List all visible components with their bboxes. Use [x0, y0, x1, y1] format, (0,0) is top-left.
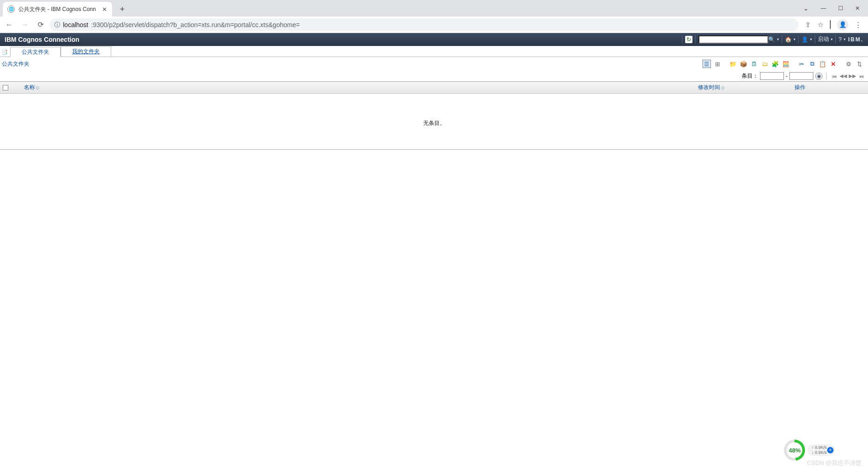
bookmark-icon[interactable]: ☆: [817, 21, 823, 29]
new-package-icon[interactable]: 📦: [739, 60, 748, 68]
modified-col-header[interactable]: 修改时间◇: [698, 84, 794, 91]
paging-row: 条目： - ◉ ⏮ ◀◀ ▶▶ ⏭: [0, 71, 868, 82]
kebab-menu-icon[interactable]: ⋮: [855, 21, 862, 29]
tab-anchor-icon[interactable]: 📑: [1, 48, 8, 56]
list-view-icon[interactable]: ☰: [703, 60, 711, 68]
new-folder-icon[interactable]: 📁: [729, 60, 737, 68]
paging-from-input[interactable]: [760, 72, 784, 80]
profile-icon[interactable]: 👤: [837, 19, 848, 30]
minimize-icon[interactable]: —: [821, 5, 826, 11]
browser-tab[interactable]: 🌐 公共文件夹 - IBM Cognos Conn ✕: [3, 2, 112, 17]
close-icon[interactable]: ✕: [101, 6, 108, 12]
ibm-logo: IBM.: [848, 36, 863, 43]
launch-menu[interactable]: 启动▾: [818, 35, 833, 43]
grid-header: 名称◇ 修改时间◇ 操作: [0, 82, 868, 94]
share-icon[interactable]: ⇪: [805, 21, 811, 29]
list-toolbar: ☰ ⊞ 📁 📦 🗓 🗂 🧩 🧮 ✂ ⧉ 📋 ✕ ⚙ ⇅: [703, 60, 866, 68]
action-col-header: 操作: [794, 84, 868, 91]
addr-right-controls: ⇪ ☆ 👤 ⋮: [801, 19, 865, 30]
paging-to-input[interactable]: [789, 72, 813, 80]
select-all-cell[interactable]: [0, 85, 11, 90]
breadcrumb-toolbar-row: 公共文件夹 ☰ ⊞ 📁 📦 🗓 🗂 🧩 🧮 ✂ ⧉ 📋 ✕ ⚙ ⇅: [0, 57, 868, 71]
order-icon[interactable]: ⇅: [855, 60, 863, 68]
search-input[interactable]: [698, 35, 768, 44]
tab-label: 我的文件夹: [72, 48, 100, 56]
paging-sep: -: [786, 73, 788, 79]
empty-message: 无条目。: [0, 94, 868, 149]
breadcrumb[interactable]: 公共文件夹: [2, 60, 29, 68]
paging-label: 条目：: [742, 72, 758, 80]
name-col-header[interactable]: 名称◇: [23, 84, 698, 91]
new-url-icon[interactable]: 🗂: [760, 60, 769, 68]
site-info-icon[interactable]: ⓘ: [54, 21, 60, 29]
maximize-icon[interactable]: ☐: [838, 5, 843, 11]
divider: [0, 149, 868, 150]
new-page-icon[interactable]: 🧩: [771, 60, 779, 68]
cut-icon[interactable]: ✂: [797, 60, 806, 68]
home-menu-icon[interactable]: 🏠▾: [785, 36, 795, 43]
sort-icon: ◇: [721, 85, 725, 90]
page-first-icon[interactable]: ⏮: [830, 73, 838, 80]
page-prev-icon[interactable]: ◀◀: [840, 73, 847, 80]
properties-icon[interactable]: ⚙: [845, 60, 853, 68]
close-window-icon[interactable]: ✕: [855, 5, 860, 11]
delete-icon[interactable]: ✕: [829, 60, 837, 68]
url-box[interactable]: ⓘ localhost:9300/p2pd/servlet/dispatch?b…: [50, 18, 799, 31]
forward-icon[interactable]: →: [18, 18, 31, 31]
page-next-icon[interactable]: ▶▶: [849, 73, 856, 80]
refresh-icon[interactable]: ↻: [685, 36, 692, 43]
copy-icon[interactable]: ⧉: [808, 60, 816, 68]
url-path: :9300/p2pd/servlet/dispatch?b_action=xts…: [91, 21, 300, 28]
paste-icon[interactable]: 📋: [818, 60, 827, 68]
browser-address-bar: ← → ⟳ ⓘ localhost:9300/p2pd/servlet/disp…: [0, 17, 868, 33]
help-menu-icon[interactable]: ?▾: [839, 36, 845, 43]
new-datasource-icon[interactable]: 🧮: [782, 60, 790, 68]
new-job-icon[interactable]: 🗓: [750, 60, 758, 68]
window-controls: ⌄ — ☐ ✕: [803, 0, 868, 17]
user-menu-icon[interactable]: 👤▾: [801, 36, 812, 43]
browser-tab-bar: 🌐 公共文件夹 - IBM Cognos Conn ✕ + ⌄ — ☐ ✕: [0, 0, 868, 17]
back-icon[interactable]: ←: [3, 18, 16, 31]
side-panel-icon[interactable]: [830, 21, 831, 28]
url-host: localhost: [63, 21, 88, 28]
tab-title: 公共文件夹 - IBM Cognos Conn: [18, 6, 101, 13]
checkbox-icon[interactable]: [3, 85, 8, 90]
page-last-icon[interactable]: ⏭: [858, 73, 865, 80]
app-tabs: 📑 公共文件夹 我的文件夹: [0, 46, 868, 57]
new-tab-button[interactable]: +: [116, 3, 129, 16]
details-view-icon[interactable]: ⊞: [713, 60, 721, 68]
tab-label: 公共文件夹: [22, 48, 49, 56]
paging-go-icon[interactable]: ◉: [815, 73, 823, 80]
chevron-down-icon[interactable]: ⌄: [803, 5, 809, 12]
globe-icon: 🌐: [7, 6, 15, 13]
reload-icon[interactable]: ⟳: [34, 18, 47, 31]
app-title: IBM Cognos Connection: [5, 36, 79, 43]
sort-icon: ◇: [36, 85, 40, 90]
tab-public-folders[interactable]: 公共文件夹: [10, 47, 61, 57]
tab-my-folders[interactable]: 我的文件夹: [61, 46, 111, 57]
search-menu-icon[interactable]: 🔍▾: [768, 36, 779, 43]
cognos-top-bar: IBM Cognos Connection ↻ 🔍▾ 🏠▾ 👤▾ 启动▾ ?▾ …: [0, 33, 868, 46]
